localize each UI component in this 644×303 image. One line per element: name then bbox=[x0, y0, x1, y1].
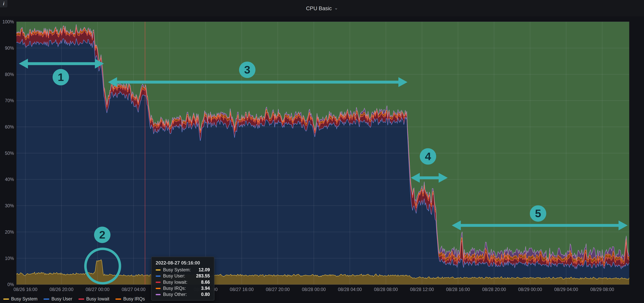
legend-label: Busy User bbox=[52, 296, 72, 302]
tooltip-row: Busy Iowait:8.66 bbox=[156, 280, 210, 284]
tooltip-series-label: Busy Iowait: bbox=[163, 280, 188, 284]
y-axis-label: 0% bbox=[0, 282, 14, 287]
legend-item-busy-system[interactable]: Busy System bbox=[3, 296, 38, 302]
x-axis-label: 08/29 00:00 bbox=[512, 287, 548, 292]
grafana-panel: i CPU Basic ⌄ 0%10%20%30%40%50%60%70%80%… bbox=[0, 0, 644, 303]
tooltip-series-dash bbox=[156, 288, 160, 289]
x-axis-label: 08/28 04:00 bbox=[332, 287, 368, 292]
x-axis-label: 08/27 16:00 bbox=[224, 287, 259, 292]
y-axis-label: 80% bbox=[0, 72, 14, 77]
legend-color-dash bbox=[78, 298, 84, 300]
x-axis-label: 08/29 04:00 bbox=[548, 287, 584, 292]
y-axis-label: 30% bbox=[0, 203, 14, 208]
y-axis-label: 10% bbox=[0, 256, 14, 261]
tooltip-row: Busy Other:0.80 bbox=[156, 292, 210, 297]
legend-label: Busy Iowait bbox=[86, 296, 110, 302]
legend-item-busy-user[interactable]: Busy User bbox=[44, 296, 72, 302]
x-axis-label: 08/28 12:00 bbox=[404, 287, 440, 292]
tooltip-row: Busy System:12.09 bbox=[156, 267, 210, 272]
legend-color-dash bbox=[44, 298, 49, 300]
tooltip-series-value: 12.09 bbox=[193, 267, 210, 272]
y-axis-label: 70% bbox=[0, 98, 14, 103]
tooltip-series-value: 0.80 bbox=[190, 292, 210, 297]
tooltip-series-value: 3.94 bbox=[188, 286, 210, 290]
legend: Busy SystemBusy UserBusy IowaitBusy IRQs bbox=[3, 296, 145, 302]
tooltip-series-value: 8.66 bbox=[190, 280, 210, 284]
x-axis-label: 08/28 08:00 bbox=[368, 287, 404, 292]
y-axis-label: 40% bbox=[0, 177, 14, 182]
legend-label: Busy IRQs bbox=[124, 296, 145, 302]
y-axis-label: 60% bbox=[0, 124, 14, 129]
tooltip-timestamp: 2022-08-27 05:16:00 bbox=[156, 260, 210, 265]
x-axis-label: 08/28 16:00 bbox=[440, 287, 476, 292]
legend-item-busy-irqs[interactable]: Busy IRQs bbox=[116, 296, 145, 302]
tooltip-series-label: Busy User: bbox=[163, 274, 185, 278]
x-axis-label: 08/29 08:00 bbox=[584, 287, 620, 292]
y-axis-label: 90% bbox=[0, 46, 14, 50]
legend-label: Busy System bbox=[11, 296, 37, 302]
tooltip-series-dash bbox=[156, 275, 160, 276]
x-axis-label: 08/26 16:00 bbox=[8, 287, 43, 292]
y-axis-label: 50% bbox=[0, 151, 14, 156]
tooltip-series-label: Busy System: bbox=[163, 267, 191, 272]
panel-info-icon[interactable]: i bbox=[0, 0, 8, 8]
tooltip-series-label: Busy Other: bbox=[163, 292, 187, 297]
tooltip: 2022-08-27 05:16:00 Busy System:12.09Bus… bbox=[151, 257, 214, 301]
x-axis-label: 08/27 20:00 bbox=[260, 287, 296, 292]
tooltip-series-dash bbox=[156, 294, 160, 295]
tooltip-series-value: 283.55 bbox=[188, 274, 210, 278]
tooltip-rows: Busy System:12.09Busy User:283.55Busy Io… bbox=[156, 267, 210, 297]
cpu-usage-chart[interactable] bbox=[0, 0, 644, 303]
x-axis-label: 08/26 20:00 bbox=[44, 287, 79, 292]
x-axis-label: 08/28 00:00 bbox=[296, 287, 332, 292]
legend-color-dash bbox=[116, 298, 121, 300]
tooltip-series-label: Busy IRQs: bbox=[163, 286, 186, 290]
x-axis-label: 08/27 04:00 bbox=[116, 287, 151, 292]
tooltip-series-dash bbox=[156, 269, 160, 270]
y-axis-label: 20% bbox=[0, 230, 14, 234]
tooltip-row: Busy IRQs:3.94 bbox=[156, 286, 210, 290]
x-axis-label: 08/28 20:00 bbox=[476, 287, 512, 292]
x-axis-label: 08/27 00:00 bbox=[80, 287, 115, 292]
tooltip-series-dash bbox=[156, 282, 160, 282]
legend-item-busy-iowait[interactable]: Busy Iowait bbox=[78, 296, 109, 302]
tooltip-row: Busy User:283.55 bbox=[156, 274, 210, 278]
legend-color-dash bbox=[3, 298, 9, 300]
y-axis-label: 100% bbox=[0, 19, 14, 24]
